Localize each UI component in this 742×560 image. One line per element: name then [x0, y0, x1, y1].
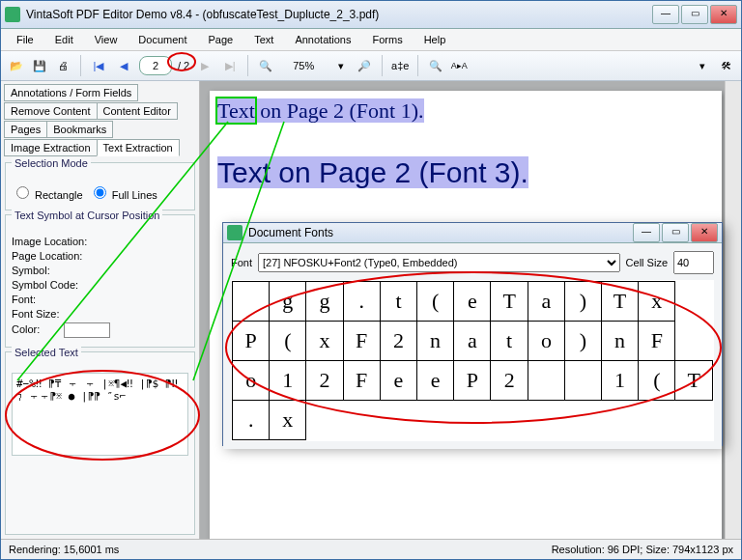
text-tool-icon[interactable]: a‡e — [390, 56, 410, 75]
dialog-close-button[interactable]: ✕ — [691, 223, 718, 242]
glyph-cell[interactable]: o — [233, 361, 270, 401]
glyph-cell[interactable]: T — [675, 361, 713, 401]
page-text-line3: Text on Page 2 (Font 3). — [217, 156, 528, 189]
label-font: Font: — [12, 294, 188, 305]
tab-image-extraction[interactable]: Image Extraction — [4, 139, 98, 156]
cellsize-input[interactable] — [673, 251, 714, 274]
glyph-cell[interactable]: F — [343, 361, 380, 401]
glyph-cell[interactable]: 2 — [380, 322, 416, 361]
cellsize-label: Cell Size — [626, 257, 668, 268]
tab-bookmarks[interactable]: Bookmarks — [46, 121, 113, 138]
tab-pages[interactable]: Pages — [4, 121, 47, 138]
glyph-cell[interactable] — [528, 361, 564, 401]
app-icon — [5, 7, 20, 22]
zoom-out-icon[interactable]: 🔍 — [256, 56, 275, 75]
glyph-grid-container[interactable]: gg.t(eTa)TxP(xF2nato)nFo12FeeP21(T.x — [231, 280, 714, 441]
glyph-cell[interactable] — [233, 282, 270, 322]
glyph-cell[interactable]: P — [454, 361, 491, 401]
zoom-level[interactable]: 75% — [279, 60, 328, 71]
menu-view[interactable]: View — [85, 32, 128, 47]
save-icon[interactable]: 💾 — [30, 56, 49, 75]
settings-icon[interactable]: 🛠 — [716, 56, 735, 75]
document-fonts-dialog[interactable]: Document Fonts — ▭ ✕ Font [27] NFOSKU+Fo… — [222, 222, 723, 446]
glyph-cell[interactable]: x — [270, 401, 306, 440]
glyph-cell[interactable]: ( — [270, 322, 306, 361]
glyph-cell[interactable]: x — [639, 282, 675, 322]
page-navigation: |◀ ◀ / 2 ▶ ▶| — [89, 56, 240, 75]
label-symbol: Symbol: — [12, 265, 188, 276]
menubar: File Edit View Document Page Text Annota… — [1, 29, 741, 51]
glyph-cell[interactable]: e — [454, 282, 491, 322]
glyph-cell[interactable]: 2 — [491, 361, 528, 401]
glyph-cell[interactable]: g — [306, 282, 343, 322]
page-number-input[interactable] — [139, 56, 172, 75]
zoom-dropdown-icon[interactable]: ▾ — [331, 56, 351, 75]
tool-dropdown-icon[interactable]: ▾ — [693, 56, 712, 75]
radio-rectangle[interactable]: Rectangle — [12, 183, 83, 201]
menu-edit[interactable]: Edit — [45, 32, 83, 47]
glyph-cell[interactable]: T — [491, 282, 528, 322]
glyph-cell[interactable]: ( — [639, 361, 675, 401]
page-total-label: / 2 — [178, 60, 189, 71]
glyph-cell[interactable]: ) — [565, 322, 602, 361]
menu-annotations[interactable]: Annotations — [285, 32, 360, 47]
menu-document[interactable]: Document — [128, 32, 196, 47]
minimize-button[interactable]: — — [652, 5, 679, 24]
dialog-maximize-button[interactable]: ▭ — [662, 223, 689, 242]
print-icon[interactable]: 🖨 — [53, 56, 72, 75]
find-icon[interactable]: A▸A — [449, 56, 469, 75]
maximize-button[interactable]: ▭ — [681, 5, 708, 24]
color-swatch — [64, 322, 110, 338]
prev-page-icon[interactable]: ◀ — [114, 56, 133, 75]
toolbar: 📂 💾 🖨 |◀ ◀ / 2 ▶ ▶| 🔍 75% ▾ 🔎 a‡e 🔍 A▸A … — [1, 51, 741, 81]
menu-page[interactable]: Page — [199, 32, 243, 47]
glyph-cell[interactable]: P — [233, 322, 270, 361]
zoom-in-icon[interactable]: 🔎 — [355, 56, 374, 75]
tab-annotations-form-fields[interactable]: Annotations / Form Fields — [4, 84, 138, 101]
glyph-cell[interactable] — [565, 361, 602, 401]
glyph-cell[interactable]: t — [380, 282, 416, 322]
dialog-minimize-button[interactable]: — — [633, 223, 660, 242]
first-page-icon[interactable]: |◀ — [89, 56, 108, 75]
glyph-cell[interactable]: n — [417, 322, 454, 361]
glyph-cell[interactable]: ) — [565, 282, 602, 322]
glyph-cell[interactable]: n — [601, 322, 638, 361]
glyph-cell[interactable]: T — [601, 282, 638, 322]
glyph-cell[interactable]: . — [343, 282, 380, 322]
menu-help[interactable]: Help — [414, 32, 456, 47]
tab-content-editor[interactable]: Content Editor — [97, 102, 178, 120]
glyph-cell[interactable]: x — [306, 322, 343, 361]
glyph-cell[interactable]: a — [454, 322, 491, 361]
dialog-icon — [227, 225, 243, 240]
tab-text-extraction[interactable]: Text Extraction — [97, 139, 180, 156]
last-page-icon[interactable]: ▶| — [220, 56, 240, 75]
glyph-cell[interactable]: e — [380, 361, 416, 401]
close-button[interactable]: ✕ — [710, 5, 737, 24]
glyph-cell[interactable]: ( — [417, 282, 454, 322]
glyph-cell[interactable]: . — [233, 401, 270, 440]
font-select[interactable]: [27] NFOSKU+Font2 (Type0, Embedded) — [258, 253, 620, 272]
tab-remove-content[interactable]: Remove Content — [4, 102, 98, 120]
glyph-cell[interactable]: e — [417, 361, 454, 401]
menu-forms[interactable]: Forms — [363, 32, 413, 47]
next-page-icon[interactable]: ▶ — [195, 56, 214, 75]
selected-text-box[interactable]: #−%‼ ⁋₸ ⫟ ⫟ |※¶◀‼ |⁋$ ⁋‼⁊ ⫟⫟⁋※ ● |⁋⁋ ″s⌐ — [12, 373, 188, 456]
glyph-cell[interactable]: g — [270, 282, 306, 322]
glyph-cell[interactable]: 1 — [601, 361, 638, 401]
glyph-cell[interactable]: a — [528, 282, 564, 322]
search-icon[interactable]: 🔍 — [426, 56, 445, 75]
glyph-cell[interactable]: 2 — [306, 361, 343, 401]
menu-text[interactable]: Text — [244, 32, 283, 47]
vertical-scrollbar[interactable] — [725, 81, 741, 539]
open-icon[interactable]: 📂 — [7, 56, 26, 75]
glyph-cell[interactable]: o — [528, 322, 564, 361]
status-rendering: Rendering: 15,6001 ms — [9, 544, 119, 555]
radio-full-lines[interactable]: Full Lines — [89, 183, 157, 201]
page-text-word1: Text — [217, 98, 255, 123]
glyph-cell[interactable]: 1 — [270, 361, 306, 401]
cursor-info-title: Text Symbol at Cursor Position — [12, 210, 162, 221]
glyph-cell[interactable]: F — [343, 322, 380, 361]
glyph-cell[interactable]: F — [639, 322, 675, 361]
glyph-cell[interactable]: t — [491, 322, 528, 361]
menu-file[interactable]: File — [7, 32, 43, 47]
